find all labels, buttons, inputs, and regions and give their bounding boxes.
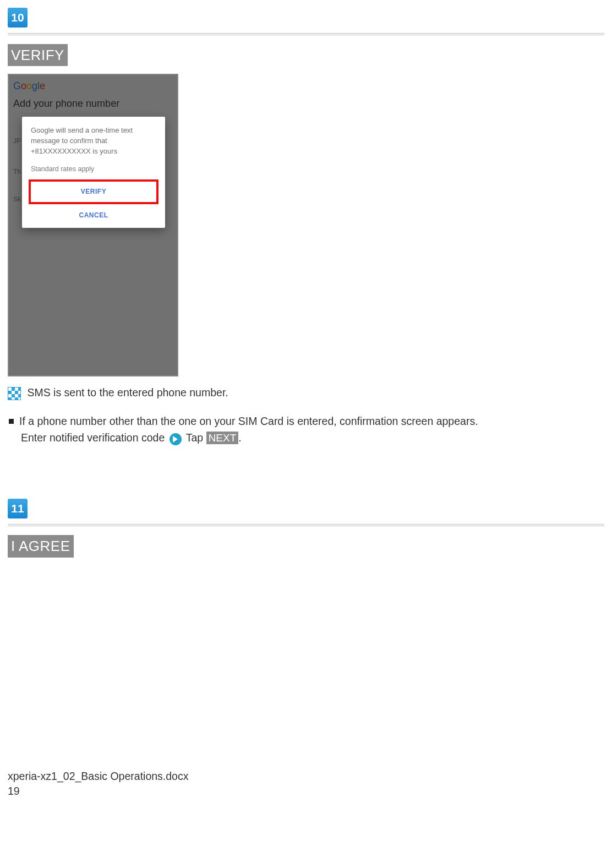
arrow-right-icon (170, 433, 182, 445)
divider (8, 33, 604, 35)
dialog-line-3: +81XXXXXXXXXX is yours (31, 146, 156, 157)
bullet-line-2a: Enter notified verification code (21, 432, 165, 444)
bullet-line-1: If a phone number other than the one on … (19, 415, 478, 427)
dialog-line-1: Google will send a one-time text (31, 125, 156, 136)
step-11-title: I AGREE (8, 535, 74, 557)
result-text: SMS is sent to the entered phone number. (27, 386, 228, 398)
bullet-square-icon (9, 419, 14, 424)
bullet-line-2b: Tap (186, 432, 203, 444)
step-10-title: VERIFY (8, 44, 68, 66)
dialog-line-2: message to confirm that (31, 136, 156, 146)
footer-page-number: 19 (8, 784, 604, 799)
divider-2 (8, 524, 604, 526)
cancel-button[interactable]: CANCEL (31, 204, 156, 228)
note-bullet: If a phone number other than the one on … (21, 413, 604, 446)
bullet-period: . (238, 432, 241, 444)
page-footer: xperia-xz1_02_Basic Operations.docx 19 (8, 769, 604, 799)
verify-dialog: Google will send a one-time text message… (22, 117, 165, 228)
next-badge: NEXT (206, 432, 239, 444)
step-10-icon: 10 (8, 8, 28, 28)
dialog-rates: Standard rates apply (31, 165, 156, 174)
phone-screenshot: Google Add your phone number JP Th Sk Go… (8, 74, 178, 376)
verify-button[interactable]: VERIFY (29, 179, 159, 204)
result-icon (8, 387, 21, 400)
footer-filename: xperia-xz1_02_Basic Operations.docx (8, 769, 604, 784)
step-11-icon: 11 (8, 499, 28, 518)
